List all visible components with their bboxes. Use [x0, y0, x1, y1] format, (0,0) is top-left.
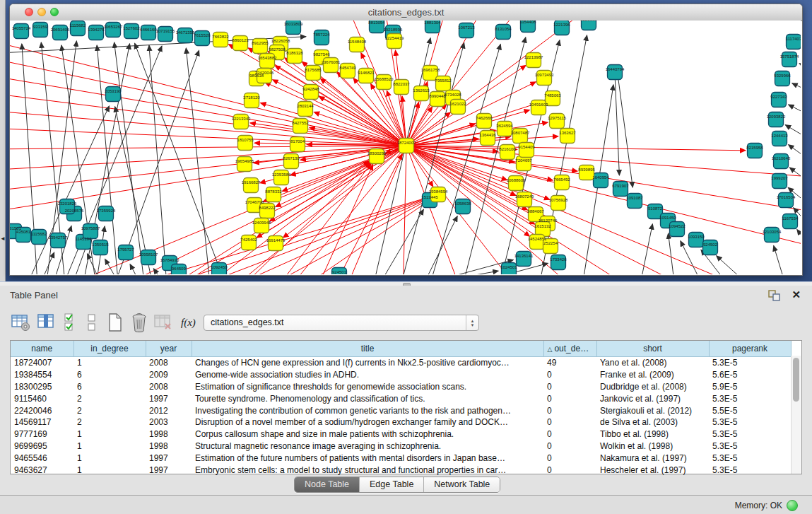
table-cell[interactable]: 19384554: [11, 369, 73, 381]
table-cell[interactable]: 5.3E-5: [709, 428, 791, 440]
table-cell[interactable]: Stergiakouli et al. (2012): [596, 404, 709, 416]
table-cell[interactable]: 0: [543, 369, 596, 381]
collapse-panel-arrow[interactable]: ◄: [0, 235, 5, 243]
table-cell[interactable]: 0: [543, 404, 596, 416]
network-window[interactable]: citations_edges.txt 14055724933159206914…: [9, 4, 803, 276]
table-row[interactable]: 1456911722003Disruption of a novel membe…: [11, 416, 791, 428]
table-row[interactable]: 977716911998Corpus callosum shape and si…: [11, 428, 791, 440]
table-scrollbar[interactable]: [791, 356, 801, 474]
table-row[interactable]: 2242004622012Investigating the contribut…: [11, 404, 791, 416]
table-cell[interactable]: 2003: [146, 416, 192, 428]
table-cell[interactable]: 0: [543, 428, 596, 440]
table-cell[interactable]: 2008: [146, 357, 192, 369]
table-row[interactable]: 1830029562008Estimation of significance …: [11, 381, 791, 393]
table-cell[interactable]: 9115460: [11, 392, 73, 404]
table-cell[interactable]: 1: [73, 357, 146, 369]
table-cell[interactable]: Changes of HCN gene expression and I(f) …: [192, 357, 543, 369]
table-row[interactable]: 1938455462009Genome-wide association stu…: [11, 369, 791, 381]
table-cell[interactable]: 5.3E-5: [709, 440, 791, 452]
table-cell[interactable]: 0: [543, 392, 596, 404]
table-cell[interactable]: Investigating the contribution of common…: [192, 404, 543, 416]
table-cell[interactable]: Estimation of significance thresholds fo…: [192, 381, 543, 393]
table-cell[interactable]: Yano et al. (2008): [596, 357, 709, 369]
table-cell[interactable]: Nakamura et al. (1997): [596, 452, 709, 464]
delete-table-button[interactable]: [153, 311, 174, 334]
tab-node-table[interactable]: Node Table: [295, 477, 360, 492]
graph-node[interactable]: [582, 21, 596, 30]
table-cell[interactable]: 5.9E-5: [709, 381, 791, 393]
table-cell[interactable]: 5.3E-5: [709, 357, 791, 369]
table-cell[interactable]: 1: [73, 464, 146, 476]
column-header-title[interactable]: title: [192, 341, 543, 357]
table-cell[interactable]: 18724007: [11, 357, 73, 369]
table-cell[interactable]: 5.3E-5: [709, 416, 791, 428]
table-cell[interactable]: 2: [73, 404, 146, 416]
table-cell[interactable]: 5.3E-5: [709, 464, 791, 476]
select-all-rows-button[interactable]: [62, 311, 79, 334]
table-row[interactable]: 946362711997Embryonic stem cells: a mode…: [11, 464, 791, 476]
column-header-short[interactable]: short: [596, 341, 709, 357]
table-cell[interactable]: 5.3E-5: [709, 392, 791, 404]
table-cell[interactable]: 1: [73, 440, 146, 452]
tab-edge-table[interactable]: Edge Table: [360, 477, 424, 492]
create-column-button[interactable]: [105, 311, 126, 334]
table-cell[interactable]: 0: [543, 416, 596, 428]
function-builder-button[interactable]: f(x): [178, 311, 199, 334]
table-cell[interactable]: 9463627: [11, 464, 73, 476]
table-cell[interactable]: 22420046: [11, 404, 73, 416]
table-cell[interactable]: 2: [73, 392, 146, 404]
close-panel-icon[interactable]: ✕: [792, 288, 801, 301]
network-canvas[interactable]: 1405572493315920691406111568213942751065…: [10, 21, 801, 274]
table-cell[interactable]: 0: [543, 440, 596, 452]
table-row[interactable]: 911546021997Tourette syndrome. Phenomeno…: [11, 392, 791, 404]
table-cell[interactable]: 1998: [146, 440, 192, 452]
table-cell[interactable]: Dudbridge et al. (2008): [596, 381, 709, 393]
table-cell[interactable]: de Silva et al. (2003): [596, 416, 709, 428]
table-row[interactable]: 946554611997Estimation of the future num…: [11, 452, 791, 464]
table-cell[interactable]: 2012: [146, 404, 192, 416]
table-cell[interactable]: 1: [73, 452, 146, 464]
table-cell[interactable]: Wolkin et al. (1998): [596, 440, 709, 452]
table-cell[interactable]: 2008: [146, 381, 192, 393]
table-cell[interactable]: 1997: [146, 392, 192, 404]
table-cell[interactable]: 0: [543, 381, 596, 393]
table-cell[interactable]: 9777169: [11, 428, 73, 440]
table-cell[interactable]: 0: [543, 452, 596, 464]
tab-network-table[interactable]: Network Table: [424, 477, 500, 492]
table-cell[interactable]: 2009: [146, 369, 192, 381]
table-cell[interactable]: 1997: [146, 452, 192, 464]
table-mode-button[interactable]: [10, 311, 31, 334]
table-cell[interactable]: 1998: [146, 428, 192, 440]
table-cell[interactable]: Jankovic et al. (1997): [596, 392, 709, 404]
table-cell[interactable]: 6: [73, 369, 146, 381]
column-header-out_de[interactable]: △out_de…: [543, 341, 596, 357]
table-cell[interactable]: Franke et al. (2009): [596, 369, 709, 381]
table-cell[interactable]: Embryonic stem cells: a model to study s…: [192, 464, 543, 476]
column-header-name[interactable]: name: [11, 341, 73, 357]
table-selector-dropdown[interactable]: citations_edges.txt ▲▼: [204, 315, 479, 331]
table-cell[interactable]: 1: [73, 428, 146, 440]
table-cell[interactable]: 5.6E-5: [709, 369, 791, 381]
column-header-in_degree[interactable]: in_degree: [73, 341, 146, 357]
table-cell[interactable]: 5.5E-5: [709, 404, 791, 416]
show-columns-button[interactable]: [35, 311, 57, 334]
scrollbar-thumb[interactable]: [793, 358, 799, 402]
table-cell[interactable]: 9465546: [11, 452, 73, 464]
table-cell[interactable]: Tibbo et al. (1998): [596, 428, 709, 440]
table-cell[interactable]: Structural magnetic resonance image aver…: [192, 440, 543, 452]
table-cell[interactable]: Tourette syndrome. Phenomenology and cla…: [192, 392, 543, 404]
column-header-year[interactable]: year: [146, 341, 192, 357]
table-cell[interactable]: Corpus callosum shape and size in male p…: [192, 428, 543, 440]
table-cell[interactable]: 6: [73, 381, 146, 393]
table-cell[interactable]: Disruption of a novel member of a sodium…: [192, 416, 543, 428]
table-cell[interactable]: 14569117: [11, 416, 73, 428]
table-cell[interactable]: Genome-wide association studies in ADHD.: [192, 369, 543, 381]
table-row[interactable]: 1872400712008Changes of HCN gene express…: [11, 357, 791, 369]
table-cell[interactable]: 5.3E-5: [709, 452, 791, 464]
table-cell[interactable]: 2: [73, 416, 146, 428]
table-cell[interactable]: 49: [543, 357, 596, 369]
table-row[interactable]: 969969511998Structural magnetic resonanc…: [11, 440, 791, 452]
table-cell[interactable]: 9699695: [11, 440, 73, 452]
table-cell[interactable]: 0: [543, 464, 596, 476]
delete-column-button[interactable]: [129, 311, 150, 334]
